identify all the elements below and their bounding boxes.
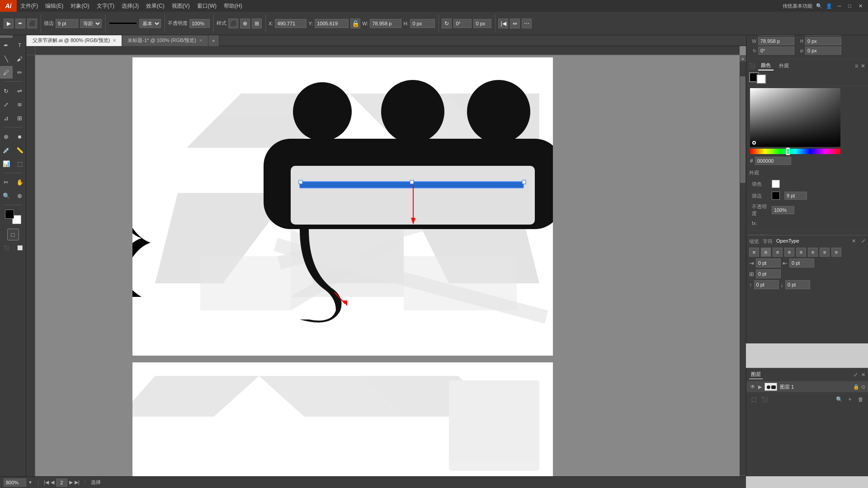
layers-header-expand[interactable]: ⤢: [854, 372, 858, 378]
w-input[interactable]: [370, 19, 401, 28]
toolbar-select-icon[interactable]: ▶: [4, 19, 14, 28]
color-panel-menu-icon[interactable]: ≡: [855, 63, 858, 69]
v-scroll-up[interactable]: ▲: [740, 55, 746, 61]
tool-line[interactable]: ╲: [0, 52, 13, 65]
page-input[interactable]: [56, 479, 67, 487]
tool-zoom2[interactable]: ⊕: [14, 189, 26, 202]
align-left-icon[interactable]: |◀: [498, 19, 508, 28]
menu-object[interactable]: 对象(O): [67, 0, 93, 12]
typo-tab-opentype[interactable]: OpenType: [776, 238, 799, 245]
align-justify-last-right-btn[interactable]: ≡: [820, 248, 830, 257]
menu-file[interactable]: 文件(F): [17, 0, 42, 12]
toolbar-pen-icon[interactable]: ✒: [15, 19, 25, 28]
brush-size-input[interactable]: [56, 19, 78, 28]
indent-right-input[interactable]: [789, 258, 814, 267]
prev-btn[interactable]: ◀: [51, 479, 54, 485]
menu-edit[interactable]: 编辑(E): [42, 0, 67, 12]
delete-layer-btn[interactable]: 🗑: [856, 395, 865, 404]
tab-untitled[interactable]: 未标题-1* @ 100% (RGB/预览) ✕: [122, 35, 208, 46]
align-justify-last-left-btn[interactable]: ≡: [796, 248, 806, 257]
new-layer-btn[interactable]: +: [845, 395, 854, 404]
layer-lock-icon[interactable]: 🔒: [853, 384, 859, 390]
tool-paintbrush[interactable]: 🖌: [14, 52, 26, 65]
style-box-icon[interactable]: ⬛: [228, 19, 238, 28]
v-scroll-thumb[interactable]: [740, 76, 745, 183]
hue-slider-thumb[interactable]: [786, 148, 790, 155]
menu-window[interactable]: 窗口(W): [193, 0, 220, 12]
style-grid-icon[interactable]: ⊞: [252, 19, 262, 28]
layers-header-menu[interactable]: ✕: [861, 372, 865, 378]
tool-chart[interactable]: 📊: [0, 157, 13, 170]
hue-slider[interactable]: [750, 149, 840, 154]
typo-tab-overview[interactable]: 缩览: [749, 238, 759, 245]
layer-circle-icon[interactable]: ⊙: [861, 384, 865, 390]
tool-measure[interactable]: 📏: [14, 144, 26, 156]
layer-row-1[interactable]: 👁 ▶ 图层 1 🔒 ⊙: [746, 381, 868, 393]
menu-select[interactable]: 选择(J): [118, 0, 142, 12]
shear-prop-input[interactable]: [805, 47, 841, 55]
rotate-prop-input[interactable]: [758, 47, 794, 55]
menu-help[interactable]: 帮助(H): [220, 0, 246, 12]
tool-screen-mode[interactable]: ⬛: [0, 241, 13, 254]
align-tools-icon[interactable]: ⋯: [522, 19, 532, 28]
stroke-color-box[interactable]: [772, 192, 780, 200]
zoom-down-btn[interactable]: ▼: [28, 480, 33, 485]
space-after-input[interactable]: [785, 280, 810, 289]
opacity-r-input[interactable]: [772, 206, 794, 214]
tab-father-close[interactable]: ✕: [113, 38, 116, 43]
tab-untitled-close[interactable]: ✕: [199, 38, 203, 43]
tool-blob-brush[interactable]: 🖊: [0, 66, 13, 79]
next-last-btn[interactable]: ▶|: [75, 479, 80, 485]
align-justify-last-center-btn[interactable]: ≡: [808, 248, 818, 257]
tool-artboard[interactable]: ⬜: [14, 241, 26, 254]
menu-view[interactable]: 视图(V): [168, 0, 193, 12]
shear-input[interactable]: [473, 19, 491, 28]
tool-scissors[interactable]: ✂: [0, 176, 13, 188]
minimize-btn[interactable]: ─: [836, 3, 843, 9]
w-prop-input[interactable]: [758, 37, 794, 45]
tab-appearance[interactable]: 外观: [776, 61, 792, 70]
typo-panel-close[interactable]: ✕: [852, 238, 856, 245]
layer-expand-icon[interactable]: ▶: [758, 384, 762, 390]
align-justify-btn[interactable]: ≡: [784, 248, 794, 257]
color-panel-close-icon[interactable]: ✕: [861, 63, 865, 69]
hex-input[interactable]: [755, 157, 791, 165]
y-input[interactable]: [315, 19, 349, 28]
tool-normal-mode[interactable]: □: [7, 229, 19, 240]
next-btn[interactable]: ▶: [69, 479, 73, 485]
style-circle-icon[interactable]: ⊕: [240, 19, 250, 28]
tool-reflect[interactable]: ⇌: [14, 84, 26, 97]
fill-color-box[interactable]: [772, 180, 780, 188]
align-justify-all-btn[interactable]: ≡: [831, 248, 841, 257]
tool-data[interactable]: ⬚: [14, 157, 26, 170]
tool-gradient[interactable]: ■: [14, 130, 26, 143]
stroke-size-r[interactable]: [784, 192, 807, 200]
tab-add[interactable]: +: [208, 35, 219, 46]
tool-warp[interactable]: ≋: [14, 98, 26, 111]
tool-scale[interactable]: ⤢: [0, 98, 13, 111]
tool-zoom[interactable]: 🔍: [0, 189, 13, 202]
align-left-btn[interactable]: ≡: [749, 248, 759, 257]
rotate-input[interactable]: [453, 19, 472, 28]
tool-free-transform[interactable]: ⊞: [14, 112, 26, 124]
layer-visibility-icon[interactable]: 👁: [749, 383, 756, 390]
tool-rotate[interactable]: ↻: [0, 84, 13, 97]
lock-aspect-icon[interactable]: 🔒: [350, 19, 360, 28]
v-scrollbar[interactable]: ▲ ▼: [740, 55, 746, 482]
search-layers-btn[interactable]: 🔍: [835, 395, 844, 404]
tool-type[interactable]: T: [14, 39, 26, 52]
typo-panel-expand[interactable]: ⤢: [861, 238, 865, 245]
tool-shape-builder[interactable]: ⊕: [0, 130, 13, 143]
typo-tab-char[interactable]: 字符: [763, 238, 773, 245]
stroke-style-select[interactable]: 基本: [139, 19, 161, 28]
zoom-input[interactable]: [4, 479, 26, 487]
color-gradient-picker[interactable]: [750, 88, 840, 147]
toolbar-mode-icon[interactable]: ⬛: [27, 19, 37, 28]
stroke-type-select[interactable]: 等距: [80, 19, 102, 28]
space-before-input[interactable]: [754, 280, 779, 289]
menu-text[interactable]: 文字(T): [93, 0, 118, 12]
align-center-btn[interactable]: ≡: [761, 248, 771, 257]
layers-tab-label[interactable]: 图层: [749, 370, 763, 379]
user-icon[interactable]: 👤: [826, 3, 832, 9]
x-input[interactable]: [275, 19, 307, 28]
